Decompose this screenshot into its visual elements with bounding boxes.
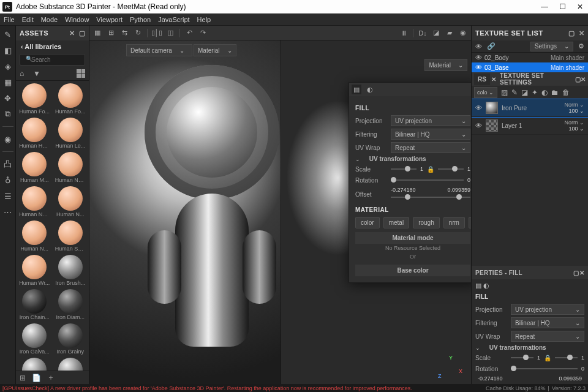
add-mask-icon[interactable]: ◪ bbox=[521, 88, 528, 97]
texture-set-item[interactable]: 👁02_BodyMain shader bbox=[472, 53, 588, 62]
eye-icon[interactable]: 👁 bbox=[475, 54, 482, 61]
add-paint-layer-icon[interactable]: ✎ bbox=[511, 88, 518, 97]
uvwrap-dropdown[interactable]: Repeat bbox=[391, 142, 470, 153]
props-rotation-slider[interactable] bbox=[511, 364, 578, 373]
asset-material-item[interactable]: Human Ne... bbox=[53, 152, 88, 185]
texset-visibility-icon[interactable]: 👁 bbox=[475, 43, 482, 50]
layer-row[interactable]: 👁Iron PureNorm ⌄100 ⌄ bbox=[472, 99, 588, 117]
asset-material-item[interactable]: Iron Diam... bbox=[53, 289, 88, 322]
scale-x-slider[interactable] bbox=[391, 165, 417, 173]
rotation-slider[interactable] bbox=[391, 176, 464, 184]
layers-channel-dropdown[interactable]: colo bbox=[474, 87, 497, 98]
vp-views-icon[interactable]: ⊞ bbox=[105, 28, 116, 39]
props-filtering-dropdown[interactable]: Bilinear | HQ bbox=[511, 317, 584, 328]
vp-align-icon[interactable]: ⇆ bbox=[119, 28, 130, 39]
eye-icon[interactable]: 👁 bbox=[475, 122, 482, 129]
asset-material-item[interactable]: Human N... bbox=[53, 186, 88, 219]
vp-cube-icon[interactable]: ◪ bbox=[431, 28, 442, 39]
asset-material-item[interactable]: Iron Brush... bbox=[53, 255, 88, 288]
layers-close-icon[interactable]: ✕ bbox=[581, 76, 586, 83]
base-color-label[interactable]: Base color bbox=[355, 265, 470, 276]
props-scale-y-slider[interactable] bbox=[555, 353, 578, 362]
channel-rough-chip[interactable]: rough bbox=[413, 217, 440, 228]
2d-channel-dropdown[interactable]: Material bbox=[424, 59, 467, 71]
layer-blend-mode[interactable]: Norm ⌄ bbox=[565, 102, 585, 108]
asset-material-item[interactable]: Iron Grinded bbox=[17, 358, 52, 371]
settings-tool-icon[interactable]: ☰ bbox=[3, 191, 13, 201]
vp-rotate-icon[interactable]: ↻ bbox=[132, 28, 143, 39]
assets-grid-view-icon[interactable] bbox=[77, 69, 85, 78]
filtering-dropdown[interactable]: Bilinear | HQ bbox=[391, 129, 470, 140]
vp-persp-icon[interactable]: ◫ bbox=[165, 28, 176, 39]
texset-settings-tab[interactable]: TEXTURE SET SETTINGS bbox=[500, 72, 575, 86]
material-picker-icon[interactable]: ◉ bbox=[3, 134, 13, 144]
asset-material-item[interactable]: Iron Chain... bbox=[17, 289, 52, 322]
menu-mode[interactable]: Mode bbox=[41, 16, 58, 23]
props-scale-link-icon[interactable]: 🔒 bbox=[544, 355, 551, 361]
vp-grid-icon[interactable]: ▦ bbox=[92, 28, 103, 39]
menu-help[interactable]: Help bbox=[197, 16, 211, 23]
asset-material-item[interactable]: Human Fo... bbox=[53, 83, 88, 116]
asset-material-item[interactable]: Iron Galva... bbox=[17, 323, 52, 356]
channel-height-chip[interactable]: height bbox=[469, 217, 472, 228]
props-tab-shader-icon[interactable]: ◐ bbox=[483, 282, 489, 289]
scale-y-slider[interactable] bbox=[438, 165, 464, 173]
viewport-area[interactable]: ▦ ⊞ ⇆ ↻ ▯│▯ ◫ ↶ ↷ ⏸ D↓ ◪ ▰ ◉ Material bbox=[89, 26, 472, 384]
props-uvtrans-toggle[interactable]: ⌄ UV transformations bbox=[475, 344, 584, 351]
vp-iray-icon[interactable]: D↓ bbox=[417, 28, 428, 39]
delete-layer-icon[interactable]: 🗑 bbox=[562, 88, 570, 97]
assets-add-icon[interactable]: ＋ bbox=[47, 372, 55, 383]
assets-search-input[interactable] bbox=[20, 54, 85, 66]
texset-settings-dropdown[interactable]: Settings bbox=[530, 42, 573, 51]
assets-library-selector[interactable]: All libraries bbox=[16, 40, 89, 53]
projection-dropdown[interactable]: UV projection bbox=[391, 115, 470, 126]
channel-color-chip[interactable]: color bbox=[355, 217, 380, 228]
window-maximize-button[interactable]: ☐ bbox=[559, 2, 566, 11]
sym-tool-icon[interactable]: ♁ bbox=[3, 175, 13, 185]
add-fill-layer-icon[interactable]: ▨ bbox=[501, 88, 508, 97]
texset-gear-icon[interactable]: ⚙ bbox=[578, 42, 584, 50]
vp-pause-icon[interactable]: ⏸ bbox=[398, 28, 409, 39]
eye-icon[interactable]: 👁 bbox=[475, 64, 482, 71]
vp-snapshot-icon[interactable]: ◉ bbox=[458, 28, 469, 39]
asset-material-item[interactable]: Human Wr... bbox=[17, 255, 52, 288]
asset-material-item[interactable]: Human Sh... bbox=[53, 221, 88, 254]
add-effect-icon[interactable]: ✦ bbox=[532, 88, 538, 97]
asset-material-item[interactable]: Human M... bbox=[17, 152, 52, 185]
properties-popout-icon[interactable]: ▢ bbox=[573, 270, 579, 276]
assets-home-icon[interactable]: ⌂ bbox=[20, 69, 28, 78]
vp-redo-icon[interactable]: ↷ bbox=[197, 28, 208, 39]
projection-tool-icon[interactable]: ◈ bbox=[3, 61, 13, 71]
axis-gizmo[interactable]: YXZ bbox=[438, 355, 462, 379]
assets-filter-icon[interactable]: ▼ bbox=[33, 69, 42, 78]
layers-tab-close-icon[interactable]: ✕ bbox=[491, 76, 496, 83]
asset-material-item[interactable]: Human He... bbox=[17, 118, 52, 151]
asset-material-item[interactable]: Iron Ham... bbox=[53, 358, 88, 371]
offset-slider[interactable] bbox=[391, 193, 470, 202]
menu-viewport[interactable]: Viewport bbox=[96, 16, 123, 23]
props-uvwrap-dropdown[interactable]: Repeat bbox=[511, 331, 584, 342]
brush-tool-icon[interactable]: ✎ bbox=[3, 29, 13, 39]
add-smart-icon[interactable]: ◐ bbox=[541, 88, 548, 97]
asset-material-item[interactable]: Human Fo... bbox=[17, 83, 52, 116]
popup-tab-shader-icon[interactable]: ◐ bbox=[365, 85, 375, 94]
layer-blend-mode[interactable]: Norm ⌄ bbox=[565, 119, 585, 126]
smudge-tool-icon[interactable]: ✥ bbox=[3, 93, 13, 103]
popup-tab-fill-icon[interactable]: ▤ bbox=[352, 85, 361, 94]
channel-metal-chip[interactable]: metal bbox=[383, 217, 409, 228]
assets-new-icon[interactable]: 📄 bbox=[32, 374, 41, 382]
menu-javascript[interactable]: JavaScript bbox=[158, 16, 189, 23]
quick-mask-icon[interactable]: 凸 bbox=[3, 159, 13, 169]
channel-nrm-chip[interactable]: nrm bbox=[443, 217, 465, 228]
texset-popout-icon[interactable]: ▢ bbox=[568, 29, 575, 37]
assets-close-icon[interactable]: ✕ bbox=[69, 29, 75, 37]
eraser-tool-icon[interactable]: ◧ bbox=[3, 45, 13, 55]
asset-material-item[interactable]: Human Ne... bbox=[17, 186, 52, 219]
layers-tab[interactable]: RS bbox=[474, 74, 490, 85]
layer-opacity[interactable]: 100 ⌄ bbox=[565, 108, 585, 114]
scale-link-icon[interactable]: 🔒 bbox=[427, 166, 434, 173]
menu-edit[interactable]: Edit bbox=[22, 16, 34, 23]
misc-tool-icon[interactable]: ⋯ bbox=[3, 207, 13, 217]
add-folder-icon[interactable]: 🖿 bbox=[551, 88, 559, 97]
texset-close-icon[interactable]: ✕ bbox=[579, 29, 585, 37]
